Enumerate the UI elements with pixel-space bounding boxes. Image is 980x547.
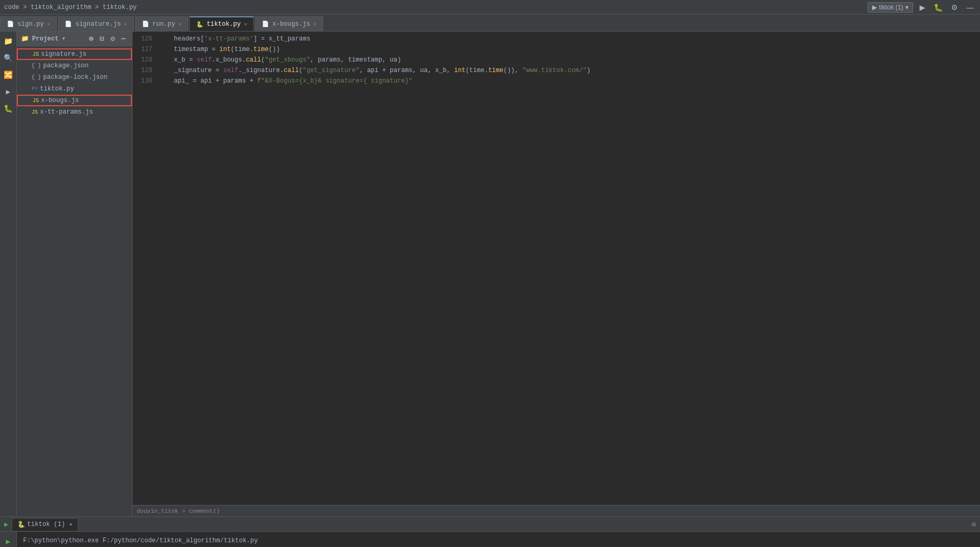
tab-tiktok-py-label: tiktok.py <box>207 21 241 28</box>
run-config-chevron: ▾ <box>905 4 908 11</box>
tree-item-x-tt-params-js[interactable]: JS x-tt-params.js <box>17 106 132 118</box>
sidebar-icons: 📁 🔍 🔀 ▶ 🐛 <box>0 32 17 516</box>
tab-x-bougs-js-label: x-bougs.js <box>272 21 310 28</box>
line-code-128: x_b = self.x_bougs.call("get_xbougs", pa… <box>159 56 980 64</box>
x-tt-params-js-file-icon: JS <box>32 109 38 115</box>
code-line-130: 130 api_ = api + params + f"&X-Bogus={x_… <box>132 76 980 86</box>
tree-item-signature-js[interactable]: JS signature.js <box>17 48 132 60</box>
main-layout: 📁 🔍 🔀 ▶ 🐛 📁 Project ▾ ⊕ ⊟ ⚙ — JS signatu… <box>0 32 980 516</box>
run-tab-label: tiktok (1) <box>27 521 65 528</box>
close-tiktok-py[interactable]: ✕ <box>244 21 247 27</box>
project-tree: JS signature.js { } package.json { } pac… <box>17 46 132 516</box>
run-panel-body: ▶ ⏹ ↺ ↕ ☰ 👤 📌 🖨 🗑 F:\python\python.exe F… <box>0 532 980 547</box>
run-panel-icon: ▶ <box>4 520 8 529</box>
tiktok-py-icon: 🐍 <box>196 21 203 28</box>
line-num-127: 127 <box>132 46 159 53</box>
package-lock-json-filename: package-lock.json <box>43 74 107 81</box>
tree-item-tiktok-py[interactable]: PY tiktok.py <box>17 83 132 95</box>
line-code-129: _signature = self._signature.call("get_s… <box>159 67 980 74</box>
run-button[interactable]: ▶ <box>917 2 927 13</box>
tree-item-x-bougs-js[interactable]: JS x-bougs.js <box>17 95 132 106</box>
title-bar-actions: ▶ tiktok (1) ▾ ▶ 🐛 ⚙ — <box>867 2 976 13</box>
project-folder-icon: 📁 <box>21 35 29 43</box>
run-config-button[interactable]: ▶ tiktok (1) ▾ <box>867 2 913 13</box>
x-bougs-js-file-icon: JS <box>33 98 39 104</box>
line-code-126: headers['x-tt-params'] = x_tt_params <box>159 35 980 43</box>
tab-x-bougs-js[interactable]: 📄 x-bougs.js ✕ <box>255 16 323 31</box>
signature-js-filename: signature.js <box>41 50 86 58</box>
editor-tabs: 📄 sign.py ✕ 📄 signature.js ✕ 📄 run.py ✕ … <box>0 15 980 32</box>
tree-item-package-json[interactable]: { } package.json <box>17 60 132 72</box>
editor-area: 126 headers['x-tt-params'] = x_tt_params… <box>132 32 980 516</box>
run-py-icon: 📄 <box>142 21 149 27</box>
code-line-127: 127 timestamp = int(time.time()) <box>132 44 980 55</box>
close-x-bougs-js[interactable]: ✕ <box>313 21 317 27</box>
project-collapse-icon[interactable]: ⊟ <box>98 33 106 44</box>
code-line-126: 126 headers['x-tt-params'] = x_tt_params <box>132 34 980 44</box>
debug-sidebar-icon[interactable]: 🐛 <box>1 101 16 116</box>
editor-breadcrumb: douyin_titok > comment() <box>132 505 980 516</box>
project-panel: 📁 Project ▾ ⊕ ⊟ ⚙ — JS signature.js { } … <box>17 32 132 516</box>
tab-run-py[interactable]: 📄 run.py ✕ <box>135 16 188 31</box>
minimize-button[interactable]: — <box>964 2 976 13</box>
signature-js-icon: 📄 <box>65 21 72 27</box>
tab-tiktok-py[interactable]: 🐍 tiktok.py ✕ <box>189 16 254 31</box>
tiktok-py-filename: tiktok.py <box>40 85 74 93</box>
line-code-127: timestamp = int(time.time()) <box>159 46 980 53</box>
line-num-126: 126 <box>132 35 159 43</box>
search-icon[interactable]: 🔍 <box>1 50 16 65</box>
project-icon[interactable]: 📁 <box>1 34 16 48</box>
package-lock-json-file-icon: { } <box>32 75 41 80</box>
tab-sign-py[interactable]: 📄 sign.py ✕ <box>0 16 57 31</box>
tab-signature-js[interactable]: 📄 signature.js ✕ <box>58 16 134 31</box>
code-content[interactable]: 126 headers['x-tt-params'] = x_tt_params… <box>132 32 980 505</box>
run-config-label: tiktok (1) <box>879 4 903 11</box>
project-header: 📁 Project ▾ ⊕ ⊟ ⚙ — <box>17 32 132 46</box>
run-panel: ▶ 🐍 tiktok (1) ✕ ⚙ ▶ ⏹ ↺ ↕ ☰ 👤 📌 🖨 🗑 F:\ <box>0 516 980 547</box>
project-settings-icon[interactable]: ⚙ <box>108 33 117 44</box>
run-left-icons: ▶ ⏹ ↺ ↕ ☰ 👤 📌 🖨 🗑 <box>0 532 17 547</box>
code-line-128: 128 x_b = self.x_bougs.call("get_xbougs"… <box>132 55 980 65</box>
run-panel-settings-icon[interactable]: ⚙ <box>972 520 976 529</box>
package-json-file-icon: { } <box>32 63 41 69</box>
tab-sign-py-label: sign.py <box>17 21 44 28</box>
close-signature-js[interactable]: ✕ <box>124 21 127 27</box>
line-num-129: 129 <box>132 67 159 74</box>
run-play-icon[interactable]: ▶ <box>1 534 16 547</box>
title-bar: code > tiktok_algorithm > tiktok.py ▶ ti… <box>0 0 980 15</box>
run-sidebar-icon[interactable]: ▶ <box>1 84 16 99</box>
line-num-128: 128 <box>132 56 159 64</box>
line-num-130: 130 <box>132 77 159 85</box>
run-tab-tiktok[interactable]: 🐍 tiktok (1) ✕ <box>12 518 78 531</box>
close-run-py[interactable]: ✕ <box>178 21 181 27</box>
run-panel-header: ▶ 🐍 tiktok (1) ✕ ⚙ <box>0 517 980 532</box>
project-label: Project <box>32 35 58 43</box>
project-minimize-icon[interactable]: — <box>119 33 128 44</box>
run-config-icon: ▶ <box>872 4 877 11</box>
tiktok-py-file-icon: PY <box>32 86 38 92</box>
debug-button[interactable]: 🐛 <box>932 2 945 13</box>
tree-item-package-lock-json[interactable]: { } package-lock.json <box>17 72 132 83</box>
close-sign-py[interactable]: ✕ <box>47 21 50 27</box>
x-tt-params-js-filename: x-tt-params.js <box>40 108 93 116</box>
run-tab-icon: 🐍 <box>17 521 25 529</box>
sign-py-icon: 📄 <box>7 21 14 27</box>
x-bougs-js-icon: 📄 <box>262 21 269 27</box>
line-code-130: api_ = api + params + f"&X-Bogus={x_b}& … <box>159 77 980 85</box>
x-bougs-js-filename: x-bougs.js <box>41 97 79 104</box>
run-command: F:\python\python.exe F:/python/code/tikt… <box>23 536 974 546</box>
run-output: F:\python\python.exe F:/python/code/tikt… <box>17 532 980 547</box>
package-json-filename: package.json <box>43 62 88 69</box>
project-chevron: ▾ <box>62 35 65 43</box>
signature-js-file-icon: JS <box>33 52 39 57</box>
tab-run-py-label: run.py <box>152 21 175 28</box>
breadcrumb-path: douyin_titok > comment() <box>137 508 220 514</box>
run-tab-close[interactable]: ✕ <box>69 521 73 528</box>
project-add-icon[interactable]: ⊕ <box>87 33 95 44</box>
settings-button[interactable]: ⚙ <box>949 2 960 13</box>
tab-signature-js-label: signature.js <box>75 21 120 28</box>
breadcrumb-title: code > tiktok_algorithm > tiktok.py <box>4 4 137 11</box>
code-line-129: 129 _signature = self._signature.call("g… <box>132 65 980 76</box>
vcs-icon[interactable]: 🔀 <box>1 67 16 82</box>
